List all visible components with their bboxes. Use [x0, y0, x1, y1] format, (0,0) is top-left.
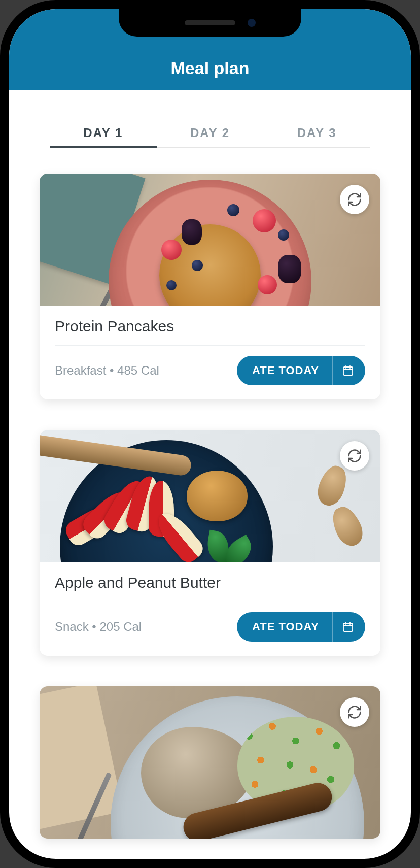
tab-day-3[interactable]: DAY 3 [263, 121, 370, 147]
meal-card-footer: Snack • 205 Cal ATE TODAY [55, 602, 365, 642]
meal-card[interactable]: Apple and Peanut Butter Snack • 205 Cal … [40, 430, 380, 656]
refresh-icon [347, 192, 362, 207]
swap-meal-button[interactable] [340, 185, 369, 214]
meal-card-footer: Breakfast • 485 Cal ATE TODAY [55, 346, 365, 385]
calendar-icon [342, 621, 354, 633]
schedule-button[interactable] [333, 356, 365, 385]
meal-card-body: Protein Pancakes Breakfast • 485 Cal ATE… [40, 306, 380, 399]
page-title: Meal plan [171, 58, 250, 78]
meal-image [40, 686, 380, 839]
ate-today-label: ATE TODAY [237, 356, 332, 385]
meal-list[interactable]: Protein Pancakes Breakfast • 485 Cal ATE… [9, 148, 411, 839]
phone-screen: Meal plan DAY 1 DAY 2 DAY 3 [9, 9, 411, 859]
phone-notch [119, 9, 301, 37]
ate-today-label: ATE TODAY [237, 612, 332, 642]
day-tabs: DAY 1 DAY 2 DAY 3 [50, 121, 370, 148]
svg-rect-0 [343, 367, 353, 375]
phone-frame: Meal plan DAY 1 DAY 2 DAY 3 [0, 0, 420, 868]
tab-day-2[interactable]: DAY 2 [157, 121, 264, 147]
ate-today-button[interactable]: ATE TODAY [237, 356, 365, 385]
refresh-icon [347, 705, 362, 720]
app-root: Meal plan DAY 1 DAY 2 DAY 3 [9, 9, 411, 859]
swap-meal-button[interactable] [340, 697, 369, 727]
calendar-icon [342, 364, 354, 377]
meal-card[interactable] [40, 686, 380, 839]
meal-image [40, 430, 380, 562]
meal-image [40, 174, 380, 306]
front-camera [248, 19, 256, 27]
schedule-button[interactable] [333, 612, 365, 642]
ate-today-button[interactable]: ATE TODAY [237, 612, 365, 642]
meal-title: Apple and Peanut Butter [55, 574, 365, 602]
tab-day-1[interactable]: DAY 1 [50, 121, 157, 147]
svg-rect-1 [343, 623, 353, 631]
refresh-icon [347, 448, 362, 463]
meal-card[interactable]: Protein Pancakes Breakfast • 485 Cal ATE… [40, 174, 380, 399]
meal-title: Protein Pancakes [55, 318, 365, 346]
swap-meal-button[interactable] [340, 441, 369, 471]
meal-card-body: Apple and Peanut Butter Snack • 205 Cal … [40, 562, 380, 656]
tabs-container: DAY 1 DAY 2 DAY 3 [9, 90, 411, 148]
meal-meta: Breakfast • 485 Cal [55, 363, 159, 378]
meal-meta: Snack • 205 Cal [55, 620, 142, 634]
speaker [185, 20, 235, 25]
